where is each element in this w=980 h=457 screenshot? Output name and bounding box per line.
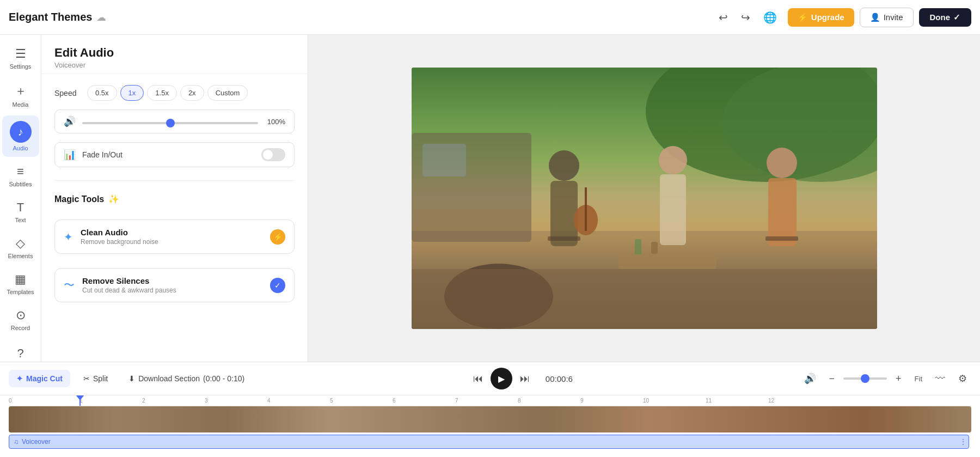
split-label: Split bbox=[93, 374, 108, 383]
svg-point-10 bbox=[659, 146, 687, 174]
video-preview bbox=[412, 68, 877, 329]
remove-silences-icon: 〜 bbox=[64, 278, 75, 293]
clean-audio-card[interactable]: ✦ Clean Audio Remove background noise ⚡ bbox=[54, 220, 295, 254]
audio-track[interactable]: ♫ Voiceover ⋮ bbox=[9, 435, 969, 449]
fit-button[interactable]: Fit bbox=[910, 373, 927, 385]
sidebar-item-subtitles[interactable]: ≡ Subtitles bbox=[2, 159, 39, 193]
ruler-mark-3: 3 bbox=[205, 398, 208, 404]
edit-panel-body: Speed 0.5x 1x 1.5x 2x Custom 🔊 100% bbox=[41, 74, 308, 319]
edit-panel-subtitle: Voiceover bbox=[54, 61, 295, 69]
invite-button[interactable]: 👤 Invite bbox=[860, 8, 914, 27]
audio-active-circle: ♪ bbox=[10, 121, 32, 143]
subtitles-icon: ≡ bbox=[17, 164, 24, 179]
ruler-mark-2: 2 bbox=[142, 398, 145, 404]
ruler-mark-5: 5 bbox=[330, 398, 333, 404]
sidebar-item-media[interactable]: ＋ Media bbox=[2, 77, 39, 113]
zoom-slider[interactable] bbox=[843, 377, 887, 380]
sidebar-item-audio[interactable]: ♪ Audio bbox=[2, 115, 39, 157]
ruler-mark-4: 4 bbox=[267, 398, 271, 404]
clean-audio-text: Clean Audio Remove background noise bbox=[81, 228, 262, 246]
bottom-toolbar: ✦ Magic Cut ✂ Split ⬇ Download Section (… bbox=[0, 362, 980, 395]
clean-audio-icon: ✦ bbox=[64, 230, 73, 243]
audio-track-icon: ♫ bbox=[14, 438, 19, 446]
speed-label: Speed bbox=[54, 89, 81, 98]
right-controls: 🔊 − + Fit 〰 ⚙ bbox=[800, 370, 971, 387]
svg-rect-15 bbox=[618, 253, 716, 269]
svg-rect-13 bbox=[768, 178, 797, 246]
video-track[interactable] bbox=[9, 406, 971, 432]
ruler-mark-7: 7 bbox=[455, 398, 458, 404]
divider bbox=[54, 180, 295, 181]
remove-silences-check-badge: ✓ bbox=[270, 278, 285, 293]
ruler-mark-8: 8 bbox=[518, 398, 521, 404]
zoom-out-button[interactable]: − bbox=[825, 371, 840, 387]
media-icon: ＋ bbox=[15, 83, 27, 99]
waveform-button[interactable]: 〰 bbox=[931, 371, 950, 387]
done-button[interactable]: Done ✓ bbox=[919, 8, 972, 27]
video-area bbox=[308, 35, 980, 362]
project-title: Elegant Themes bbox=[9, 11, 92, 23]
magic-cut-icon: ✦ bbox=[16, 374, 23, 383]
volume-row: 🔊 100% bbox=[54, 109, 295, 133]
download-range: (0:00 - 0:10) bbox=[203, 374, 244, 383]
speed-btn-15x[interactable]: 1.5x bbox=[147, 85, 177, 101]
svg-rect-16 bbox=[635, 239, 641, 254]
svg-point-12 bbox=[767, 148, 797, 178]
download-icon: ⬇ bbox=[128, 374, 135, 383]
upgrade-label: Upgrade bbox=[811, 13, 844, 22]
download-section-button[interactable]: ⬇ Download Section (0:00 - 0:10) bbox=[121, 370, 252, 387]
timeline-ruler: 0 1 2 3 4 5 6 7 8 9 10 11 12 bbox=[9, 395, 971, 406]
redo-button[interactable]: ↪ bbox=[737, 9, 755, 26]
ruler-mark-11: 11 bbox=[706, 398, 712, 404]
sidebar-item-settings[interactable]: ☰ Settings bbox=[2, 41, 39, 75]
edit-panel: Edit Audio Voiceover Speed 0.5x 1x 1.5x … bbox=[41, 35, 308, 362]
sidebar-label-record: Record bbox=[11, 325, 30, 331]
upgrade-icon: ⚡ bbox=[798, 13, 808, 22]
fade-label: Fade In/Out bbox=[82, 150, 255, 159]
svg-point-6 bbox=[549, 150, 579, 181]
undo-button[interactable]: ↩ bbox=[714, 9, 732, 26]
fade-toggle[interactable] bbox=[261, 148, 285, 161]
split-button[interactable]: ✂ Split bbox=[76, 370, 115, 387]
timeline-settings-button[interactable]: ⚙ bbox=[954, 370, 971, 387]
record-icon: ⊙ bbox=[16, 308, 26, 322]
sidebar-label-settings: Settings bbox=[10, 63, 32, 70]
sidebar-item-templates[interactable]: ▦ Templates bbox=[2, 267, 39, 301]
speed-btn-1x[interactable]: 1x bbox=[120, 85, 144, 101]
speed-btn-custom[interactable]: Custom bbox=[207, 85, 248, 101]
fast-forward-button[interactable]: ⏭ bbox=[518, 371, 532, 387]
magic-cut-label: Magic Cut bbox=[26, 374, 63, 383]
check-badge-icon: ✓ bbox=[274, 281, 281, 290]
ruler-mark-0: 0 bbox=[9, 398, 12, 404]
timeline-tracks: ♫ Voiceover ⋮ bbox=[9, 406, 971, 450]
remove-silences-text: Remove Silences Cut out dead & awkward p… bbox=[82, 276, 262, 294]
upgrade-button[interactable]: ⚡ Upgrade bbox=[788, 8, 854, 27]
magic-sparkle-icon: ✨ bbox=[108, 194, 119, 204]
magic-cut-button[interactable]: ✦ Magic Cut bbox=[9, 370, 70, 387]
text-icon: T bbox=[17, 200, 24, 215]
sidebar-label-media: Media bbox=[13, 101, 29, 108]
zoom-in-button[interactable]: + bbox=[891, 371, 906, 387]
sidebar-label-elements: Elements bbox=[8, 253, 33, 259]
audio-track-handle[interactable]: ⋮ bbox=[960, 438, 966, 446]
speed-btn-2x[interactable]: 2x bbox=[180, 85, 204, 101]
play-button[interactable]: ▶ bbox=[491, 368, 512, 389]
remove-silences-card[interactable]: 〜 Remove Silences Cut out dead & awkward… bbox=[54, 268, 295, 302]
remove-silences-title: Remove Silences bbox=[82, 276, 262, 285]
sidebar-item-help[interactable]: ? bbox=[2, 341, 39, 362]
globe-button[interactable]: 🌐 bbox=[759, 9, 781, 26]
edit-panel-title: Edit Audio bbox=[54, 46, 295, 60]
rewind-button[interactable]: ⏮ bbox=[471, 371, 485, 387]
volume-ctrl-button[interactable]: 🔊 bbox=[800, 370, 820, 387]
templates-icon: ▦ bbox=[15, 272, 26, 287]
help-icon: ? bbox=[17, 346, 23, 361]
done-icon: ✓ bbox=[953, 13, 960, 22]
topbar-center: ↩ ↪ 🌐 bbox=[714, 9, 781, 26]
sidebar-item-text[interactable]: T Text bbox=[2, 195, 39, 229]
volume-slider[interactable] bbox=[82, 122, 258, 124]
speed-btn-05x[interactable]: 0.5x bbox=[87, 85, 117, 101]
volume-pct: 100% bbox=[265, 118, 285, 126]
sidebar-item-record[interactable]: ⊙ Record bbox=[2, 303, 39, 337]
svg-rect-9 bbox=[585, 187, 587, 231]
sidebar-item-elements[interactable]: ◇ Elements bbox=[2, 231, 39, 265]
